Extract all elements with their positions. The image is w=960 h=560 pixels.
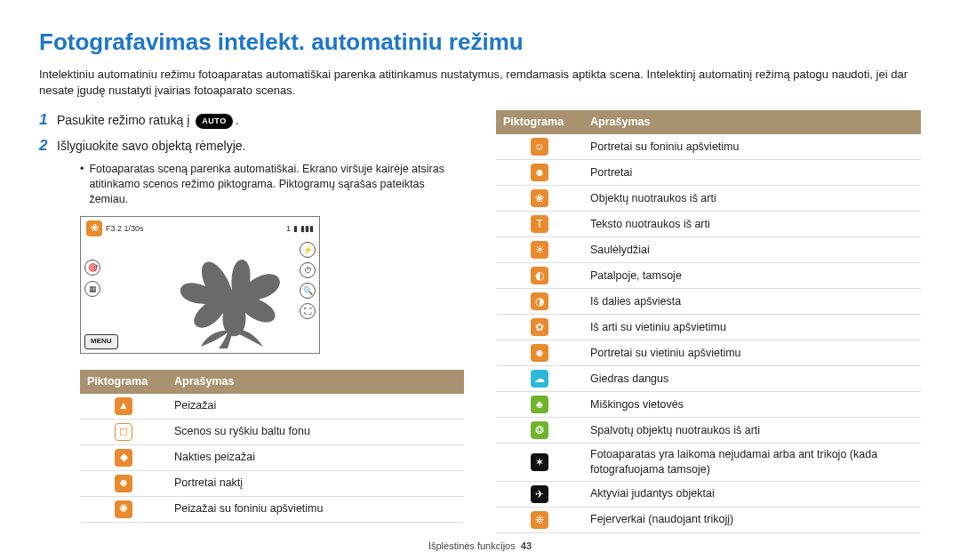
scene-icon-cell: ♣: [496, 392, 583, 418]
table-row: ◑Iš dalies apšviesta: [496, 289, 921, 315]
scene-icon: ◆: [115, 449, 132, 467]
scene-desc: Teksto nuotraukos iš arti: [583, 212, 921, 237]
scene-desc: Patalpoje, tamsoje: [583, 263, 921, 289]
table-row: ▲Peizažai: [80, 394, 464, 420]
scene-desc: Objektų nuotraukos iš arti: [583, 186, 921, 212]
battery-icon: ▮▮▮: [300, 223, 314, 234]
page-title: Fotografavimas intelekt. automatiniu rež…: [39, 27, 921, 58]
scene-icon: ✿: [531, 318, 548, 336]
scene-icon-cell: ◑: [496, 289, 583, 315]
grid-icon: ▦: [84, 281, 100, 297]
page-footer: Išplėstinės funkcijos 43: [39, 534, 921, 560]
scene-icon-cell: ▲: [80, 394, 167, 420]
scene-desc: Portretai su foniniu apšvietimu: [583, 134, 921, 160]
table-row: ☻Portretai su vietiniu apšvietimu: [496, 340, 921, 366]
scene-icon: T: [531, 215, 548, 233]
scene-desc: Aktyviai judantys objektai: [583, 481, 921, 507]
scene-icon: ♣: [531, 396, 548, 413]
table-row: ❊Fejerverkai (naudojant trikojį): [496, 507, 921, 532]
scene-desc: Fotoaparatas yra laikoma nejudamai arba …: [583, 444, 921, 482]
bullet-icon: •: [80, 162, 84, 207]
scene-icon-cell: T: [496, 212, 583, 237]
scene-icon: ✺: [115, 500, 132, 518]
scene-icon-cell: ☺: [496, 134, 583, 160]
scene-icon: ☻: [115, 475, 132, 492]
step-1: 1 Pasukite režimo ratuką į AUTO.: [39, 110, 464, 131]
memory-card-icon: ▮: [293, 223, 298, 234]
zoom-icon: 🔍: [300, 283, 316, 299]
col-header-desc: Aprašymas: [583, 110, 921, 134]
scene-desc: Nakties peizažai: [167, 444, 464, 470]
intro-paragraph: Intelektiniu automatiniu režimu fotoapar…: [39, 67, 919, 98]
scene-desc: Spalvotų objektų nuotraukos iš arti: [583, 418, 921, 444]
scene-icon-cell: ✈: [496, 481, 583, 507]
scene-desc: Fejerverkai (naudojant trikojį): [583, 507, 921, 532]
scene-icon-cell: ☻: [496, 160, 583, 186]
scene-icon-cell: ☻: [80, 470, 167, 496]
scene-desc: Miškingos vietovės: [583, 392, 921, 418]
step-2-text: Išlygiuokite savo objektą rėmelyje.: [57, 138, 245, 155]
step-2: 2 Išlygiuokite savo objektą rėmelyje.: [39, 136, 464, 156]
table-row: ☻Portretai: [496, 160, 921, 186]
table-row: ❂Spalvotų objektų nuotraukos iš arti: [496, 418, 921, 444]
step-number: 2: [39, 136, 57, 156]
col-header-desc: Aprašymas: [167, 370, 464, 394]
scene-icon-cell: ☻: [496, 340, 583, 366]
substep-text: Fotoaparatas sceną parenka automatiškai.…: [89, 162, 464, 207]
step-number: 1: [39, 110, 57, 131]
table-row: ✺Peizažai su foniniu apšvietimu: [80, 496, 464, 522]
scene-icon-cell: ✺: [80, 496, 167, 522]
flower-illustration: [165, 242, 299, 348]
timer-icon: ⏱: [300, 262, 316, 278]
table-row: ☁Giedras dangus: [496, 366, 921, 392]
table-row: ☻Portretai naktį: [80, 470, 464, 496]
scene-icon: ❀: [531, 189, 548, 207]
step-1-suffix: .: [236, 113, 239, 127]
shots-remaining: 1: [286, 223, 291, 234]
scene-icon: ◻: [115, 423, 132, 441]
scene-icon-cell: ❊: [496, 507, 583, 532]
table-row: ♣Miškingos vietovės: [496, 392, 921, 418]
table-row: ☀Saulėlydžiai: [496, 237, 921, 263]
scene-icon-table-left: Piktograma Aprašymas ▲Peizažai◻Scenos su…: [80, 370, 464, 523]
flash-icon: ⚡: [300, 242, 316, 258]
scene-desc: Portretai: [583, 160, 921, 186]
auto-mode-badge: AUTO: [196, 114, 232, 128]
scene-desc: Iš dalies apšviesta: [583, 289, 921, 315]
scene-icon-cell: ☁: [496, 366, 583, 392]
scene-icon-cell: ✶: [496, 444, 583, 482]
scene-desc: Peizažai: [167, 394, 464, 420]
frame-icon: ⛶: [300, 303, 316, 319]
scene-icon-cell: ◐: [496, 263, 583, 289]
scene-icon-cell: ☀: [496, 237, 583, 263]
col-header-icon: Piktograma: [496, 110, 583, 134]
scene-icon: ◑: [531, 292, 548, 310]
focus-icon: 🎯: [84, 260, 100, 276]
scene-icon: ✈: [531, 485, 548, 503]
step-1-text: Pasukite režimo ratuką į: [57, 113, 189, 127]
table-row: ✿Iš arti su vietiniu apšvietimu: [496, 315, 921, 340]
footer-section: Išplėstinės funkcijos: [428, 540, 516, 551]
scene-icon: ❊: [531, 511, 548, 529]
scene-icon-cell: ❂: [496, 418, 583, 444]
table-row: ✶Fotoaparatas yra laikoma nejudamai arba…: [496, 444, 921, 482]
table-row: ❀Objektų nuotraukos iš arti: [496, 186, 921, 212]
page-number: 43: [521, 540, 532, 551]
scene-icon-table-right: Piktograma Aprašymas ☺Portretai su fonin…: [496, 110, 921, 533]
scene-desc: Scenos su ryškiu baltu fonu: [167, 419, 464, 444]
scene-icon: ✶: [531, 453, 548, 471]
step-2-note: • Fotoaparatas sceną parenka automatiška…: [80, 162, 464, 207]
table-row: ◻Scenos su ryškiu baltu fonu: [80, 419, 464, 444]
col-header-icon: Piktograma: [80, 370, 167, 394]
scene-icon: ☀: [531, 241, 548, 259]
scene-icon: ☺: [531, 138, 548, 156]
scene-icon: ❂: [531, 421, 548, 439]
exposure-label: F3.2 1/30s: [106, 223, 144, 234]
scene-mode-icon: ❀: [86, 220, 102, 236]
scene-icon: ◐: [531, 267, 548, 284]
scene-icon-cell: ◆: [80, 444, 167, 470]
scene-desc: Iš arti su vietiniu apšvietimu: [583, 315, 921, 340]
table-row: ◆Nakties peizažai: [80, 444, 464, 470]
table-row: TTeksto nuotraukos iš arti: [496, 212, 921, 237]
table-row: ☺Portretai su foniniu apšvietimu: [496, 134, 921, 160]
